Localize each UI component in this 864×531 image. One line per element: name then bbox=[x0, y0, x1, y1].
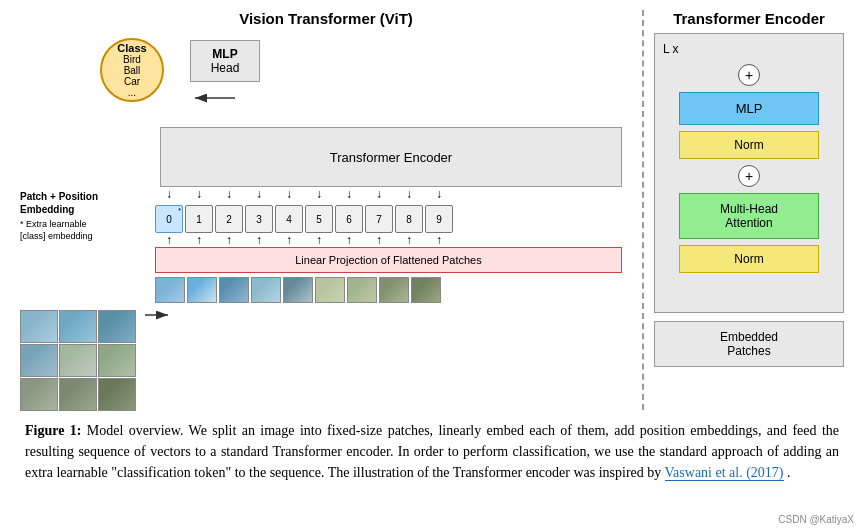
linear-projection-label: Linear Projection of Flattened Patches bbox=[295, 254, 482, 266]
token-8-label: 8 bbox=[406, 214, 412, 225]
small-patch-7 bbox=[347, 277, 377, 303]
small-patch-6 bbox=[315, 277, 345, 303]
token-2: 2 bbox=[215, 205, 243, 233]
small-patch-5 bbox=[283, 277, 313, 303]
down-arrow-4: ↓ bbox=[275, 187, 303, 201]
plus-circle-top: + bbox=[738, 64, 760, 86]
figure-label: Figure 1: bbox=[25, 423, 81, 438]
transformer-encoder-right-title: Transformer Encoder bbox=[654, 10, 844, 27]
token-3: 3 bbox=[245, 205, 273, 233]
class-item-car: Car bbox=[117, 76, 146, 87]
input-patch-2 bbox=[59, 310, 97, 343]
token-1: 1 bbox=[185, 205, 213, 233]
input-patch-4 bbox=[20, 344, 58, 377]
down-arrow-9: ↓ bbox=[425, 187, 453, 201]
transformer-encoder-outer-box: L x + MLP Norm + Multi-Head Attention bbox=[654, 33, 844, 313]
down-arrow-0: ↓ bbox=[155, 187, 183, 201]
extra-learnable-label: * Extra learnable[class] embedding bbox=[20, 219, 150, 242]
transformer-encoder-right-section: Transformer Encoder L x + MLP Norm + Mul… bbox=[654, 10, 844, 367]
caption: Figure 1: Model overview. We split an im… bbox=[20, 420, 844, 483]
token-8: 8 bbox=[395, 205, 423, 233]
class-item-bird: Bird bbox=[117, 54, 146, 65]
down-arrow-6: ↓ bbox=[335, 187, 363, 201]
input-patch-3 bbox=[98, 310, 136, 343]
token-4-label: 4 bbox=[286, 214, 292, 225]
plus-circle-bottom: + bbox=[738, 165, 760, 187]
patch-images-row bbox=[155, 277, 632, 303]
embedded-patches-label: Embedded Patches bbox=[720, 330, 778, 358]
down-arrow-7: ↓ bbox=[365, 187, 393, 201]
class-item-ball: Ball bbox=[117, 65, 146, 76]
diagram-area: Vision Transformer (ViT) bbox=[20, 10, 844, 410]
te-multihead-attention-label: Multi-Head Attention bbox=[720, 202, 778, 230]
mlp-head-line2: Head bbox=[205, 61, 245, 75]
te-multihead-attention-box: Multi-Head Attention bbox=[679, 193, 819, 239]
small-patch-4 bbox=[251, 277, 281, 303]
token-6-label: 6 bbox=[346, 214, 352, 225]
small-patch-3 bbox=[219, 277, 249, 303]
token-1-label: 1 bbox=[196, 214, 202, 225]
vaswani-link[interactable]: Vaswani et al. (2017) bbox=[665, 465, 784, 481]
small-patch-9 bbox=[411, 277, 441, 303]
down-arrow-8: ↓ bbox=[395, 187, 423, 201]
input-patch-9 bbox=[98, 378, 136, 411]
token-9-label: 9 bbox=[436, 214, 442, 225]
down-arrows-row: ↓ ↓ ↓ ↓ ↓ ↓ ↓ ↓ ↓ ↓ bbox=[155, 187, 632, 201]
token-5: 5 bbox=[305, 205, 333, 233]
input-patch-5 bbox=[59, 344, 97, 377]
token-0: 0 * bbox=[155, 205, 183, 233]
class-item-dots: ... bbox=[117, 87, 146, 98]
token-2-label: 2 bbox=[226, 214, 232, 225]
te-mlp-box: MLP bbox=[679, 92, 819, 125]
input-patch-6 bbox=[98, 344, 136, 377]
down-arrow-2: ↓ bbox=[215, 187, 243, 201]
token-0-star: * bbox=[178, 206, 181, 215]
main-container: Vision Transformer (ViT) bbox=[0, 0, 864, 493]
caption-period: . bbox=[787, 465, 791, 480]
vit-section: Vision Transformer (ViT) bbox=[20, 10, 632, 410]
vit-title: Vision Transformer (ViT) bbox=[20, 10, 632, 27]
small-patch-2 bbox=[187, 277, 217, 303]
token-3-label: 3 bbox=[256, 214, 262, 225]
class-label: Class bbox=[117, 42, 146, 54]
down-arrow-5: ↓ bbox=[305, 187, 333, 201]
transformer-encoder-block: Transformer Encoder bbox=[160, 127, 622, 187]
token-4: 4 bbox=[275, 205, 303, 233]
token-7-label: 7 bbox=[376, 214, 382, 225]
linear-projection-box: Linear Projection of Flattened Patches bbox=[155, 247, 622, 273]
input-patch-7 bbox=[20, 378, 58, 411]
embedded-patches-box: Embedded Patches bbox=[654, 321, 844, 367]
token-7: 7 bbox=[365, 205, 393, 233]
patch-position-label: Patch + PositionEmbedding bbox=[20, 190, 150, 216]
class-box: Class Bird Ball Car ... bbox=[100, 38, 164, 102]
watermark: CSDN @KatiyaX bbox=[778, 514, 854, 525]
embedding-labels: Patch + PositionEmbedding * Extra learna… bbox=[20, 190, 150, 242]
down-arrow-1: ↓ bbox=[185, 187, 213, 201]
up-arrows-row: ↑ ↑ ↑ ↑ ↑ ↑ ↑ ↑ ↑ ↑ bbox=[155, 233, 632, 247]
token-5-label: 5 bbox=[316, 214, 322, 225]
transformer-encoder-label: Transformer Encoder bbox=[330, 150, 452, 165]
mlp-head-box: MLP Head bbox=[190, 40, 260, 82]
embedding-row: 0 * 1 2 3 4 5 6 7 8 9 bbox=[155, 205, 632, 233]
transformer-encoder-inner: + MLP Norm + Multi-Head Attention Norm bbox=[669, 64, 829, 273]
mlp-head-line1: MLP bbox=[205, 47, 245, 61]
te-norm1-box: Norm bbox=[679, 131, 819, 159]
down-arrow-3: ↓ bbox=[245, 187, 273, 201]
token-9: 9 bbox=[425, 205, 453, 233]
section-divider bbox=[642, 10, 644, 410]
token-0-label: 0 bbox=[166, 214, 172, 225]
input-patches-grid bbox=[20, 310, 136, 411]
lx-label: L x bbox=[663, 42, 679, 56]
small-patch-1 bbox=[155, 277, 185, 303]
small-patch-8 bbox=[379, 277, 409, 303]
input-patch-1 bbox=[20, 310, 58, 343]
input-patch-8 bbox=[59, 378, 97, 411]
token-6: 6 bbox=[335, 205, 363, 233]
te-norm2-box: Norm bbox=[679, 245, 819, 273]
